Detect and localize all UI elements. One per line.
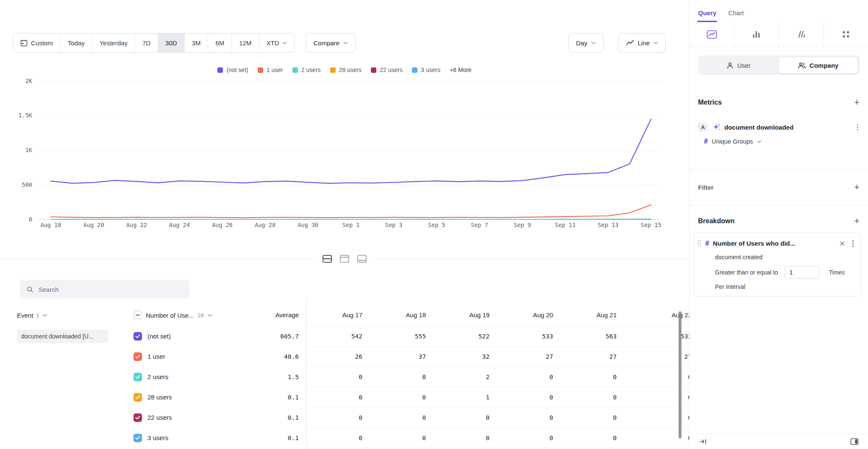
side-panel-toggle-button[interactable] [850, 438, 859, 445]
xtd-button[interactable]: XTD [259, 33, 294, 52]
times-label: Times [829, 269, 845, 276]
average-value: 0.1 [235, 428, 299, 448]
remove-breakdown-button[interactable] [839, 240, 846, 247]
breakdown-condition-row: Greater than or equal to Times [715, 266, 855, 279]
range-yesterday-button[interactable]: Yesterday [92, 33, 135, 52]
funnel-chart-type-button[interactable] [779, 22, 823, 47]
cell-value: 0 [362, 387, 426, 407]
cell-value: 522 [426, 326, 490, 346]
table-only-view-button[interactable] [357, 255, 367, 263]
chart-type-button[interactable]: Line [618, 33, 666, 53]
date-column-header[interactable]: Aug 21 [553, 304, 617, 326]
cell-value: 0 [490, 428, 553, 448]
series-checkbox[interactable] [134, 352, 142, 361]
series-checkbox[interactable] [134, 413, 142, 422]
cell-value: 2 [426, 367, 490, 387]
add-breakdown-button[interactable] [854, 216, 860, 226]
search-input[interactable] [39, 286, 183, 293]
series-checkbox[interactable] [134, 332, 142, 341]
range-today-button[interactable]: Today [60, 33, 92, 52]
filter-section-header: Filter [690, 169, 868, 205]
cell-value: 542 [299, 326, 362, 346]
aggregation-label: Unique Groups [712, 138, 753, 145]
table-bottom-icon [357, 255, 367, 263]
table-row: 3 users0.1000000 [0, 428, 689, 448]
add-metric-button[interactable] [854, 98, 860, 107]
more-chart-types-button[interactable] [823, 22, 868, 47]
user-segment[interactable]: User [699, 57, 779, 74]
average-value: 605.7 [235, 326, 299, 346]
interval-button[interactable]: Day [568, 33, 604, 53]
svg-text:Sep 11: Sep 11 [555, 222, 576, 228]
condition-label[interactable]: Greater than or equal to [715, 269, 778, 276]
query-panel: Query Chart [689, 0, 868, 449]
svg-text:Sep 7: Sep 7 [471, 222, 488, 228]
chart-analysis-area: Custom TodayYesterday7D30D3M6M12M XTD Co… [0, 0, 689, 449]
date-column-header[interactable]: Aug 19 [426, 304, 490, 326]
metric-item[interactable]: A document downloaded [690, 122, 868, 132]
series-header-label: Number of Use... [146, 312, 194, 319]
select-all-checkbox[interactable] [134, 311, 142, 319]
range-3m-button[interactable]: 3M [184, 33, 208, 52]
series-checkbox[interactable] [134, 434, 142, 442]
kebab-menu-icon[interactable] [851, 239, 855, 248]
cell-value: 0 [362, 407, 426, 428]
range-6m-button[interactable]: 6M [208, 33, 231, 52]
bar-chart-type-button[interactable] [734, 22, 779, 47]
tab-chart[interactable]: Chart [728, 9, 744, 22]
event-cell[interactable]: document downloaded [U... [17, 330, 108, 343]
person-icon [727, 62, 733, 69]
cell-value: 563 [553, 326, 617, 346]
aggregation-selector[interactable]: # Unique Groups [690, 138, 868, 145]
cell-value: 0 [299, 428, 362, 448]
series-checkbox[interactable] [134, 393, 142, 402]
range-7d-button[interactable]: 7D [135, 33, 158, 52]
chart-only-view-button[interactable] [340, 255, 350, 263]
date-column-header[interactable]: Aug 17 [299, 304, 362, 326]
drag-handle-icon[interactable] [697, 240, 701, 247]
add-filter-button[interactable] [854, 183, 860, 192]
series-checkbox[interactable] [134, 373, 142, 381]
kebab-menu-icon[interactable] [856, 123, 860, 132]
range-30d-button[interactable]: 30D [158, 33, 184, 52]
line-chart-icon [626, 40, 634, 46]
range-12m-button[interactable]: 12M [231, 33, 259, 52]
event-column-header[interactable]: Event 1 [17, 304, 47, 326]
cell-value: 555 [362, 326, 426, 346]
series-count: 24 [198, 312, 203, 319]
cell-value: 533 [490, 326, 553, 346]
svg-text:Sep 13: Sep 13 [598, 222, 618, 228]
table-row: 2 users1.5002000 [0, 367, 689, 387]
chevron-down-icon [757, 140, 762, 143]
svg-text:Sep 15: Sep 15 [641, 222, 662, 228]
times-input[interactable] [785, 266, 820, 279]
split-view-button[interactable] [323, 255, 332, 263]
series-column-header[interactable]: Number of Use... 24 [134, 304, 212, 326]
table-scrollbar[interactable] [679, 311, 682, 438]
cell-value: 0 [553, 407, 617, 428]
compare-button[interactable]: Compare [306, 33, 356, 53]
svg-text:Sep 3: Sep 3 [385, 222, 403, 228]
svg-text:Aug 24: Aug 24 [169, 222, 190, 228]
per-interval-label[interactable]: Per Interval [715, 283, 855, 290]
line-chart-type-button[interactable] [690, 22, 734, 47]
svg-text:500: 500 [22, 181, 32, 188]
svg-text:Aug 22: Aug 22 [126, 222, 147, 228]
date-column-header[interactable]: Aug 20 [490, 304, 553, 326]
frozen-pane-divider [306, 299, 306, 449]
collapse-panel-icon [699, 438, 707, 445]
breakdown-section-header: Breakdown [690, 205, 868, 226]
average-value: 0.1 [235, 387, 299, 407]
tab-query[interactable]: Query [698, 9, 716, 22]
breakdown-event[interactable]: document created [715, 254, 855, 261]
custom-range-button[interactable]: Custom [13, 33, 60, 52]
cell-value: 0 [362, 367, 426, 387]
chevron-down-icon [591, 42, 596, 44]
date-column-header[interactable]: Aug 18 [362, 304, 426, 326]
chart-type-selector [690, 22, 868, 47]
company-segment[interactable]: Company [779, 57, 859, 74]
table-row: document downloaded [U...(not set)605.75… [0, 326, 689, 346]
funnel-chart-icon [797, 30, 805, 38]
series-label: 2 users [147, 367, 168, 387]
collapse-panel-button[interactable] [699, 438, 707, 445]
